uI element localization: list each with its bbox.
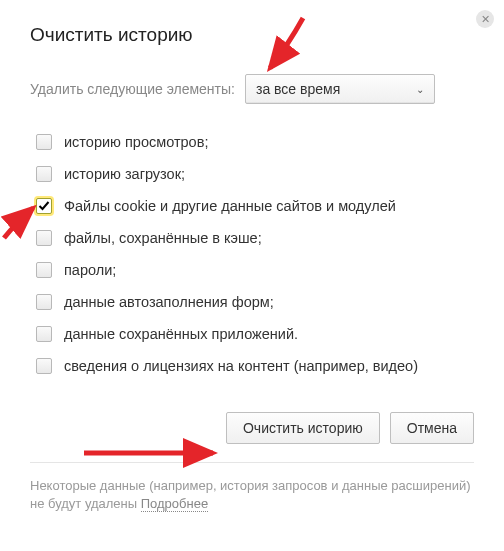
checkbox[interactable]	[36, 358, 52, 374]
close-icon[interactable]: ✕	[476, 10, 494, 28]
checkbox[interactable]	[36, 294, 52, 310]
footer-link[interactable]: Подробнее	[141, 496, 208, 512]
option-label: сведения о лицензиях на контент (наприме…	[64, 358, 418, 374]
option-label: историю просмотров;	[64, 134, 208, 150]
period-select[interactable]: за все время ⌄	[245, 74, 435, 104]
option-row: историю загрузок;	[30, 158, 474, 190]
option-label: пароли;	[64, 262, 116, 278]
dialog-buttons: Очистить историю Отмена	[30, 402, 474, 462]
option-label: данные автозаполнения форм;	[64, 294, 274, 310]
option-row: пароли;	[30, 254, 474, 286]
option-row: файлы, сохранённые в кэше;	[30, 222, 474, 254]
period-select-value: за все время	[256, 81, 340, 97]
checkbox[interactable]	[36, 134, 52, 150]
cancel-button[interactable]: Отмена	[390, 412, 474, 444]
checkbox[interactable]	[36, 198, 52, 214]
clear-history-dialog: ✕ Очистить историю Удалить следующие эле…	[0, 0, 504, 529]
period-label: Удалить следующие элементы:	[30, 81, 235, 97]
option-row: данные автозаполнения форм;	[30, 286, 474, 318]
option-label: данные сохранённых приложений.	[64, 326, 298, 342]
option-row: Файлы cookie и другие данные сайтов и мо…	[30, 190, 474, 222]
checkbox[interactable]	[36, 166, 52, 182]
checkbox[interactable]	[36, 230, 52, 246]
checkbox[interactable]	[36, 326, 52, 342]
option-label: историю загрузок;	[64, 166, 185, 182]
option-row: сведения о лицензиях на контент (наприме…	[30, 350, 474, 382]
footer-text: Некоторые данные (например, история запр…	[30, 478, 471, 511]
option-row: историю просмотров;	[30, 126, 474, 158]
option-label: Файлы cookie и другие данные сайтов и мо…	[64, 198, 396, 214]
option-label: файлы, сохранённые в кэше;	[64, 230, 262, 246]
clear-button[interactable]: Очистить историю	[226, 412, 380, 444]
footer-note: Некоторые данные (например, история запр…	[30, 462, 474, 513]
chevron-down-icon: ⌄	[416, 84, 424, 95]
options-list: историю просмотров;историю загрузок;Файл…	[30, 126, 474, 382]
period-row: Удалить следующие элементы: за все время…	[30, 74, 474, 104]
dialog-title: Очистить историю	[30, 24, 474, 46]
checkbox[interactable]	[36, 262, 52, 278]
option-row: данные сохранённых приложений.	[30, 318, 474, 350]
